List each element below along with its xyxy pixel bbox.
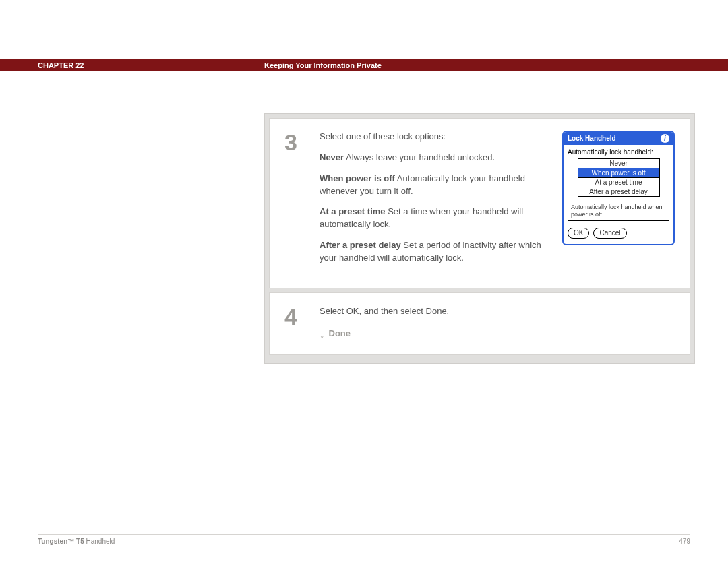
lock-option-list[interactable]: Never When power is off At a preset time…: [578, 158, 660, 197]
step-text: Select one of these lock options: Never …: [320, 131, 543, 273]
chapter-label: CHAPTER 22: [38, 61, 84, 69]
chapter-title: Keeping Your Information Private: [264, 61, 382, 69]
cancel-button[interactable]: Cancel: [593, 228, 626, 239]
step-body: Select OK, and then select Done. ↓ Done: [320, 305, 675, 340]
chapter-number: 22: [75, 61, 84, 69]
option-never: Never Always leave your handheld unlocke…: [320, 152, 543, 164]
document-page: CHAPTER 22 Keeping Your Information Priv…: [0, 0, 728, 562]
lock-option-never[interactable]: Never: [578, 159, 659, 168]
product-name: Tungsten™ T5 Handheld: [38, 538, 115, 545]
instruction-panel: 3 Select one of these lock options: Neve…: [264, 113, 695, 364]
dialog-body: Automatically lock handheld: Never When …: [564, 145, 673, 244]
info-icon[interactable]: i: [661, 134, 669, 143]
dialog-titlebar: Lock Handheld i: [564, 132, 673, 145]
step-4: 4 Select OK, and then select Done. ↓ Don…: [269, 292, 690, 356]
dialog-title-text: Lock Handheld: [568, 135, 616, 142]
option-preset-time: At a preset time Set a time when your ha…: [320, 206, 543, 231]
dialog-buttons: OK Cancel: [568, 228, 669, 239]
option-when-power-off: When power is off Automatically lock you…: [320, 173, 543, 198]
step-number: 4: [284, 305, 307, 340]
chapter-header-bar: CHAPTER 22 Keeping Your Information Priv…: [0, 59, 728, 71]
lock-option-preset-delay[interactable]: After a preset delay: [578, 187, 659, 196]
dialog-label: Automatically lock handheld:: [568, 148, 669, 156]
option-preset-delay: After a preset delay Set a period of ina…: [320, 239, 543, 265]
page-footer: Tungsten™ T5 Handheld 479: [38, 534, 690, 545]
lock-handheld-dialog: Lock Handheld i Automatically lock handh…: [562, 131, 675, 245]
step-3: 3 Select one of these lock options: Neve…: [269, 118, 690, 288]
step-body: Select one of these lock options: Never …: [320, 131, 675, 273]
page-number: 479: [679, 538, 690, 545]
step-4-text: Select OK, and then select Done.: [320, 305, 675, 318]
screenshot-column: Lock Handheld i Automatically lock handh…: [562, 131, 675, 273]
done-row: ↓ Done: [320, 327, 675, 340]
step-intro: Select one of these lock options:: [320, 131, 543, 144]
down-arrow-icon: ↓: [320, 329, 325, 339]
chapter-word: CHAPTER: [38, 61, 73, 69]
dialog-hint: Automatically lock handheld when power i…: [568, 201, 669, 221]
step-text: Select OK, and then select Done. ↓ Done: [320, 305, 675, 340]
lock-option-preset-time[interactable]: At a preset time: [578, 178, 659, 187]
step-number: 3: [284, 131, 307, 273]
lock-option-when-power-off[interactable]: When power is off: [578, 168, 659, 178]
done-label: Done: [329, 327, 351, 340]
ok-button[interactable]: OK: [568, 228, 589, 239]
